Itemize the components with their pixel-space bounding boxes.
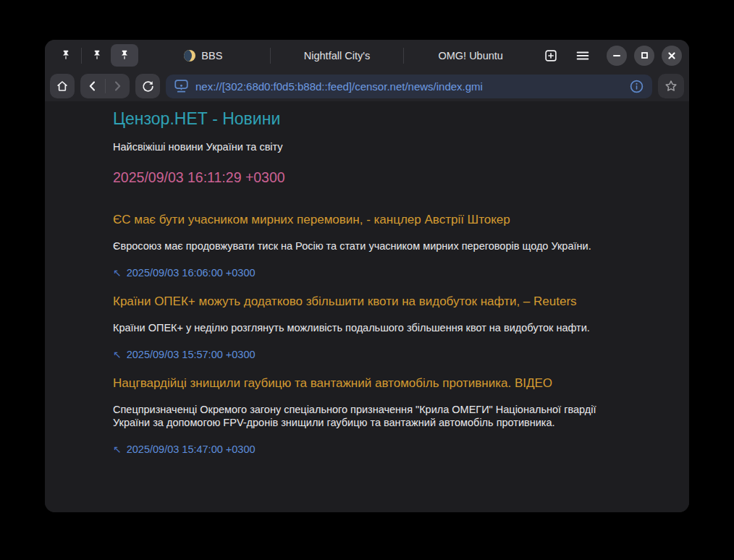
tab-bbs[interactable]: BBS (138, 40, 269, 71)
tab-label: Nightfall City's (304, 50, 370, 61)
close-icon (667, 51, 676, 60)
article-timestamp-link[interactable]: ↖ 2025/09/03 16:06:00 +0300 (113, 267, 256, 279)
home-button[interactable] (50, 74, 75, 98)
navigation-bar: nex://[302:68d0:f0d5:b88d::feed]/censor.… (45, 71, 689, 101)
article-heading: Країни ОПЕК+ можуть додатково збільшити … (113, 294, 675, 309)
crescent-moon-icon (184, 50, 195, 61)
minimize-button[interactable] (607, 46, 627, 66)
forward-button[interactable] (106, 74, 130, 98)
url-bar[interactable]: nex://[302:68d0:f0d5:b88d::feed]/censor.… (166, 75, 652, 98)
article-link-label: 2025/09/03 15:57:00 +0300 (127, 349, 256, 361)
back-button[interactable] (80, 74, 105, 98)
maximize-button[interactable] (634, 46, 654, 66)
news-article: ЄС має бути учасником мирних перемовин, … (113, 212, 675, 279)
hamburger-icon (575, 48, 591, 64)
pushpin-icon (60, 49, 72, 61)
news-article: Країни ОПЕК+ можуть додатково збільшити … (113, 294, 675, 361)
forward-icon (111, 80, 123, 92)
tab-nightfall-citys[interactable]: Nightfall City's (272, 40, 402, 71)
back-icon (87, 80, 98, 92)
star-icon (664, 79, 678, 93)
link-arrow-icon: ↖ (113, 349, 122, 361)
article-summary: Спецпризначенці Окремого загону спеціаль… (113, 403, 596, 429)
url-text[interactable]: nex://[302:68d0:f0d5:b88d::feed]/censor.… (195, 80, 623, 93)
tab-label: OMG! Ubuntu (438, 50, 502, 61)
link-arrow-icon: ↖ (113, 444, 122, 456)
menu-button[interactable] (572, 45, 594, 67)
article-timestamp-link[interactable]: ↖ 2025/09/03 15:57:00 +0300 (113, 349, 256, 361)
pinned-tab-2[interactable] (83, 44, 111, 67)
article-link-label: 2025/09/03 15:47:00 +0300 (127, 444, 256, 456)
page-content: Цензор.НЕТ - Новини Найсвіжіші новини Ук… (45, 101, 689, 512)
reload-icon (141, 80, 155, 93)
tab-label: BBS (201, 50, 222, 61)
terminal-monitor-icon (174, 79, 189, 93)
back-forward-group (80, 74, 130, 98)
browser-window: BBS Nightfall City's OMG! Ubuntu (45, 40, 689, 512)
article-heading: Нацгвардійці знищили гаубицю та вантажни… (113, 376, 675, 391)
page-subtitle: Найсвіжіші новини України та світу (113, 140, 675, 153)
pushpin-icon (119, 49, 130, 61)
article-heading: ЄС має бути учасником мирних перемовин, … (113, 212, 675, 227)
tab-bar: BBS Nightfall City's OMG! Ubuntu (45, 40, 689, 71)
news-article: Нацгвардійці знищили гаубицю та вантажни… (113, 376, 675, 456)
feed-updated-heading: 2025/09/03 16:11:29 +0300 (113, 169, 675, 186)
page-info-icon[interactable] (629, 79, 644, 94)
tab-omg-ubuntu[interactable]: OMG! Ubuntu (405, 40, 536, 71)
article-timestamp-link[interactable]: ↖ 2025/09/03 15:47:00 +0300 (113, 444, 256, 456)
minimize-icon (612, 51, 621, 60)
tab-separator (270, 48, 271, 64)
new-tab-icon (543, 48, 559, 64)
home-icon (55, 79, 69, 93)
article-summary: Євросоюз має продовжувати тиск на Росію … (113, 239, 596, 253)
pinned-tab-3-active[interactable] (111, 44, 138, 67)
maximize-icon (641, 51, 649, 59)
tab-separator (403, 48, 404, 64)
page-title: Цензор.НЕТ - Новини (113, 109, 675, 129)
pushpin-icon (91, 49, 103, 61)
reload-button[interactable] (135, 74, 160, 98)
tab-separator (81, 48, 82, 64)
link-arrow-icon: ↖ (113, 267, 122, 279)
pinned-tab-1[interactable] (52, 44, 80, 67)
article-summary: Країни ОПЕК+ у неділю розглянуть можливі… (113, 321, 596, 334)
bookmark-button[interactable] (658, 74, 684, 98)
article-link-label: 2025/09/03 16:06:00 +0300 (127, 267, 256, 279)
close-button[interactable] (662, 46, 682, 66)
new-tab-button[interactable] (540, 45, 562, 67)
